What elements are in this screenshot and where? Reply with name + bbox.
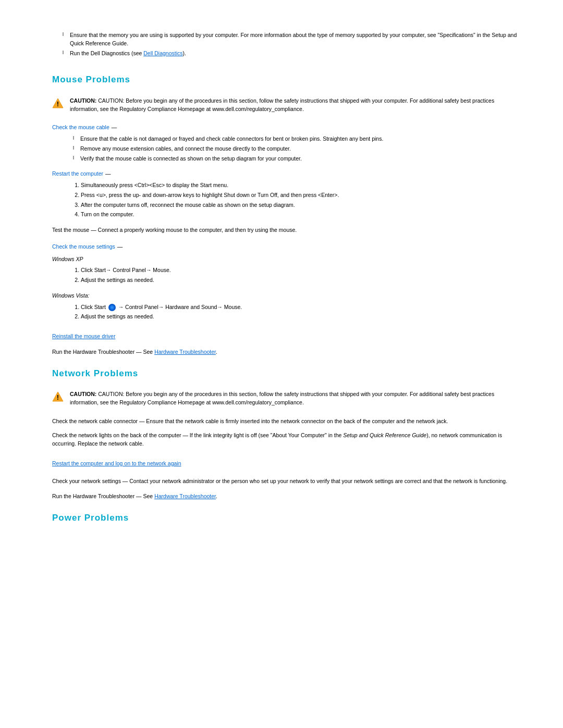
- reinstall-driver-section: Reinstall the mouse driver: [52, 328, 521, 345]
- intro-bullet-1: Ensure that the memory you are using is …: [63, 31, 521, 48]
- hw-troubleshooter-link-network[interactable]: Hardware Troubleshooter: [154, 493, 216, 499]
- windows-vista-icon: [108, 304, 116, 311]
- check-mouse-cable-label: Check the mouse cable: [52, 124, 109, 132]
- restart-step-2: Press <u>, press the up- and down-arrow …: [81, 191, 521, 200]
- check-cable-bullet-2: Remove any mouse extension cables, and c…: [73, 145, 521, 153]
- test-mouse-section: Test the mouse — Connect a properly work…: [52, 226, 521, 235]
- check-mouse-settings-label: Check the mouse settings: [52, 243, 115, 251]
- caution-icon: !: [52, 97, 64, 109]
- svg-text:!: !: [57, 100, 59, 108]
- check-network-lights-section: Check the network lights on the back of …: [52, 431, 521, 448]
- check-network-settings-desc: Contact your network administrator or th…: [129, 478, 507, 484]
- check-network-cable-label: Check the network cable connector: [52, 418, 138, 424]
- test-mouse-desc: Connect a properly working mouse to the …: [98, 227, 297, 233]
- network-caution-text: CAUTION: CAUTION: Before you begin any o…: [70, 390, 521, 407]
- svg-text:!: !: [57, 393, 59, 401]
- check-network-cable-section: Check the network cable connector — Ensu…: [52, 417, 521, 426]
- xp-steps: Click Start→ Control Panel→ Mouse. Adjus…: [52, 266, 521, 285]
- restart-computer-label: Restart the computer: [52, 170, 103, 178]
- power-problems-section: Power Problems: [52, 511, 521, 525]
- restart-step-4: Turn on the computer.: [81, 211, 521, 219]
- network-problems-title: Network Problems: [52, 367, 521, 380]
- network-caution-box: ! CAUTION: CAUTION: Before you begin any…: [52, 390, 521, 407]
- windows-xp-label: Windows XP: [52, 255, 521, 264]
- xp-step-2: Adjust the settings as needed.: [81, 276, 521, 285]
- xp-step-1: Click Start→ Control Panel→ Mouse.: [81, 266, 521, 275]
- mouse-caution-text: CAUTION: CAUTION: Before you begin any o…: [70, 97, 521, 114]
- run-hw-prefix-network: Run the Hardware Troubleshooter: [52, 493, 134, 499]
- power-problems-title: Power Problems: [52, 511, 521, 525]
- mouse-problems-title: Mouse Problems: [52, 73, 521, 87]
- intro-section: Ensure that the memory you are using is …: [52, 31, 521, 57]
- check-cable-bullet-3: Verify that the mouse cable is connected…: [73, 155, 521, 163]
- vista-steps: Click Start → Control Panel→ Hardware an…: [52, 303, 521, 322]
- windows-vista-label: Windows Vista:: [52, 292, 521, 300]
- test-mouse-label: Test the mouse: [52, 227, 89, 233]
- restart-computer-section: Restart the computer — Simultaneously pr…: [52, 170, 521, 219]
- network-caution-icon: !: [52, 391, 64, 402]
- check-network-lights-label: Check the network lights on the back of …: [52, 432, 181, 438]
- hw-troubleshooter-link-mouse[interactable]: Hardware Troubleshooter: [154, 349, 216, 355]
- network-problems-section: Network Problems ! CAUTION: CAUTION: Bef…: [52, 367, 521, 501]
- restart-network-section: Restart the computer and log on to the n…: [52, 454, 521, 471]
- check-mouse-cable-bullets: Ensure that the cable is not damaged or …: [52, 135, 521, 163]
- check-cable-bullet-1: Ensure that the cable is not damaged or …: [73, 135, 521, 143]
- mouse-caution-box: ! CAUTION: CAUTION: Before you begin any…: [52, 97, 521, 114]
- check-network-cable-desc: Ensure that the network cable is firmly …: [146, 418, 448, 424]
- check-network-settings-section: Check your network settings — Contact yo…: [52, 477, 521, 486]
- check-mouse-cable-section: Check the mouse cable — Ensure that the …: [52, 124, 521, 163]
- check-mouse-settings-section: Check the mouse settings — Windows XP Cl…: [52, 243, 521, 321]
- vista-step-1: Click Start → Control Panel→ Hardware an…: [81, 303, 521, 312]
- intro-bullet-2: Run the Dell Diagnostics (see Dell Diagn…: [63, 50, 521, 58]
- restart-step-3: After the computer turns off, reconnect …: [81, 201, 521, 209]
- check-network-settings-label: Check your network settings: [52, 478, 121, 484]
- run-hw-prefix-mouse: Run the Hardware Troubleshooter: [52, 349, 134, 355]
- vista-step-2: Adjust the settings as needed.: [81, 313, 521, 321]
- restart-network-label[interactable]: Restart the computer and log on to the n…: [52, 460, 181, 468]
- restart-computer-steps: Simultaneously press <Ctrl><Esc> to disp…: [52, 181, 521, 219]
- mouse-problems-section: Mouse Problems ! CAUTION: CAUTION: Befor…: [52, 73, 521, 356]
- run-hw-troubleshooter-network: Run the Hardware Troubleshooter — See Ha…: [52, 492, 521, 501]
- restart-step-1: Simultaneously press <Ctrl><Esc> to disp…: [81, 181, 521, 190]
- reinstall-driver-link[interactable]: Reinstall the mouse driver: [52, 332, 115, 341]
- run-hw-troubleshooter-mouse: Run the Hardware Troubleshooter — See Ha…: [52, 348, 521, 356]
- dell-diagnostics-link[interactable]: Dell Diagnostics: [143, 50, 182, 56]
